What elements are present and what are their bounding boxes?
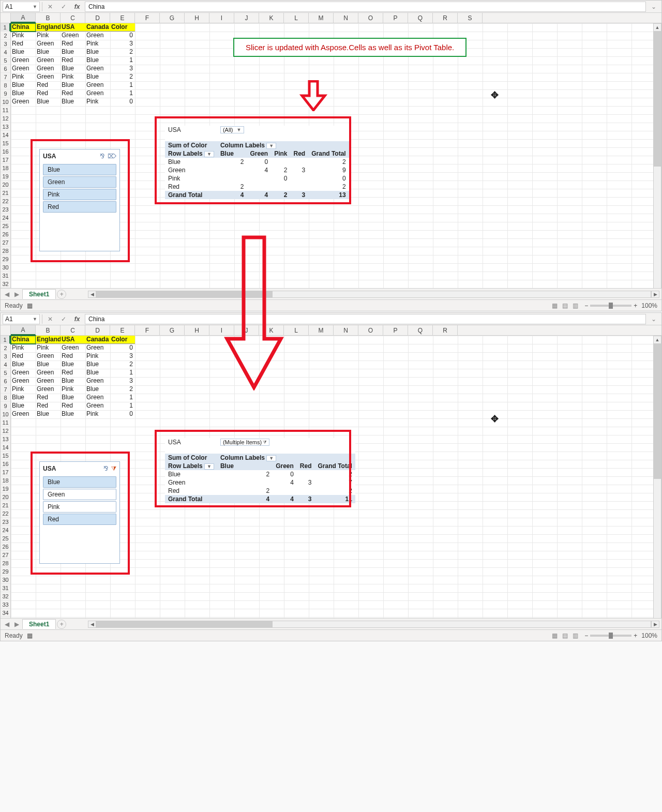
view-page-layout-icon[interactable]: ▤ — [560, 302, 570, 309]
view-page-break-icon[interactable]: ▥ — [570, 302, 580, 309]
vertical-scrollbar[interactable]: ▲ ▼ — [653, 336, 661, 629]
data-cell[interactable]: Pink — [61, 385, 85, 394]
data-cell[interactable]: Green — [36, 369, 61, 377]
data-cell[interactable]: Green — [36, 352, 61, 360]
column-header[interactable]: M — [309, 13, 334, 23]
data-cell[interactable]: 1 — [110, 394, 135, 402]
data-cell[interactable]: Red — [36, 89, 61, 98]
header-cell[interactable]: USA — [61, 23, 85, 32]
data-cell[interactable]: Red — [61, 89, 85, 98]
row-header[interactable]: 12 — [1, 114, 10, 123]
data-cell[interactable]: 0 — [110, 344, 135, 352]
row-header[interactable]: 15 — [1, 139, 10, 147]
data-cell[interactable]: Blue — [11, 402, 36, 410]
row-header[interactable]: 21 — [1, 501, 10, 509]
column-header[interactable]: E — [110, 325, 135, 335]
row-header[interactable]: 6 — [1, 65, 10, 73]
scroll-left-icon[interactable]: ◀ — [88, 621, 96, 628]
cell-area-top[interactable]: ChinaEnglandUSACanadaColorPinkPinkGreenG… — [11, 23, 661, 300]
row-header[interactable]: 29 — [1, 567, 10, 576]
view-buttons[interactable]: ▦▤▥ — [549, 632, 580, 639]
row-header[interactable]: 4 — [1, 360, 10, 369]
row-header[interactable]: 18 — [1, 476, 10, 485]
row-header[interactable]: 16 — [1, 460, 10, 468]
data-cell[interactable]: Green — [85, 65, 110, 73]
view-page-break-icon[interactable]: ▥ — [570, 632, 580, 639]
row-header[interactable]: 32 — [1, 592, 10, 600]
sheet-tab-sheet1[interactable]: Sheet1 — [22, 289, 56, 299]
data-cell[interactable]: 2 — [110, 73, 135, 81]
formula-input[interactable]: China — [85, 314, 646, 324]
tab-nav-prev-icon[interactable]: ◀ — [3, 621, 11, 628]
row-header[interactable]: 32 — [1, 280, 10, 288]
row-header[interactable]: 3 — [1, 40, 10, 48]
data-cell[interactable]: Red — [11, 352, 36, 360]
row-header[interactable]: 11 — [1, 106, 10, 114]
data-cell[interactable]: Pink — [85, 352, 110, 360]
data-cell[interactable]: Pink — [85, 410, 110, 418]
row-header[interactable]: 30 — [1, 263, 10, 272]
macro-record-icon[interactable]: ▦ — [27, 632, 33, 639]
row-header[interactable]: 11 — [1, 418, 10, 427]
data-cell[interactable]: Blue — [61, 81, 85, 89]
column-header[interactable]: S — [458, 13, 483, 23]
row-header[interactable]: 31 — [1, 584, 10, 592]
data-cell[interactable]: Red — [36, 402, 61, 410]
data-cell[interactable]: Blue — [36, 360, 61, 369]
data-cell[interactable]: 3 — [110, 352, 135, 360]
scroll-right-icon[interactable]: ▶ — [651, 291, 659, 298]
column-header[interactable]: H — [185, 13, 209, 23]
zoom-out-icon[interactable]: − — [584, 632, 588, 639]
name-box[interactable]: A1 ▼ — [3, 314, 40, 324]
tab-nav-prev-icon[interactable]: ◀ — [3, 291, 11, 298]
column-header[interactable]: Q — [408, 13, 433, 23]
column-header[interactable]: K — [259, 13, 284, 23]
data-cell[interactable]: Green — [11, 98, 36, 106]
column-header[interactable]: J — [234, 13, 259, 23]
row-header[interactable]: 2 — [1, 32, 10, 40]
tab-nav-next-icon[interactable]: ▶ — [12, 621, 21, 628]
column-header[interactable]: D — [85, 325, 110, 335]
zoom-in-icon[interactable]: + — [634, 632, 637, 639]
view-buttons[interactable]: ▦▤▥ — [549, 302, 580, 309]
data-cell[interactable]: Red — [61, 56, 85, 65]
column-header[interactable]: P — [383, 13, 408, 23]
data-cell[interactable]: 0 — [110, 410, 135, 418]
data-cell[interactable]: Blue — [61, 65, 85, 73]
column-header[interactable]: R — [433, 13, 458, 23]
data-cell[interactable]: Pink — [11, 32, 36, 40]
data-cell[interactable]: Pink — [85, 40, 110, 48]
row-header[interactable]: 8 — [1, 394, 10, 402]
data-cell[interactable]: Green — [11, 377, 36, 385]
row-header[interactable]: 2 — [1, 344, 10, 352]
data-cell[interactable]: Blue — [61, 410, 85, 418]
header-cell[interactable]: USA — [61, 336, 85, 344]
row-header[interactable]: 23 — [1, 205, 10, 214]
data-cell[interactable]: Green — [85, 89, 110, 98]
row-header[interactable]: 7 — [1, 385, 10, 394]
row-header[interactable]: 16 — [1, 147, 10, 156]
cancel-formula-icon[interactable]: ✕ — [44, 2, 56, 12]
data-cell[interactable]: Green — [61, 344, 85, 352]
data-cell[interactable]: Blue — [61, 360, 85, 369]
data-cell[interactable]: Blue — [61, 377, 85, 385]
row-header[interactable]: 28 — [1, 247, 10, 255]
row-header[interactable]: 7 — [1, 73, 10, 81]
row-header[interactable]: 17 — [1, 156, 10, 164]
row-header[interactable]: 26 — [1, 230, 10, 238]
name-box[interactable]: A1 ▼ — [3, 2, 40, 12]
data-cell[interactable]: 2 — [110, 48, 135, 56]
row-header[interactable]: 18 — [1, 164, 10, 172]
row-header[interactable]: 30 — [1, 576, 10, 584]
data-cell[interactable]: Green — [11, 65, 36, 73]
data-cell[interactable]: Red — [61, 402, 85, 410]
data-cell[interactable]: Green — [11, 369, 36, 377]
data-cell[interactable]: Red — [36, 394, 61, 402]
scroll-up-icon[interactable]: ▲ — [653, 336, 661, 344]
data-cell[interactable]: Blue — [61, 98, 85, 106]
zoom-level[interactable]: 100% — [641, 302, 657, 309]
zoom-slider[interactable]: − + — [584, 302, 637, 309]
data-cell[interactable]: Blue — [11, 360, 36, 369]
horizontal-scrollbar[interactable]: ◀ ▶ — [88, 291, 659, 298]
data-cell[interactable]: 1 — [110, 89, 135, 98]
